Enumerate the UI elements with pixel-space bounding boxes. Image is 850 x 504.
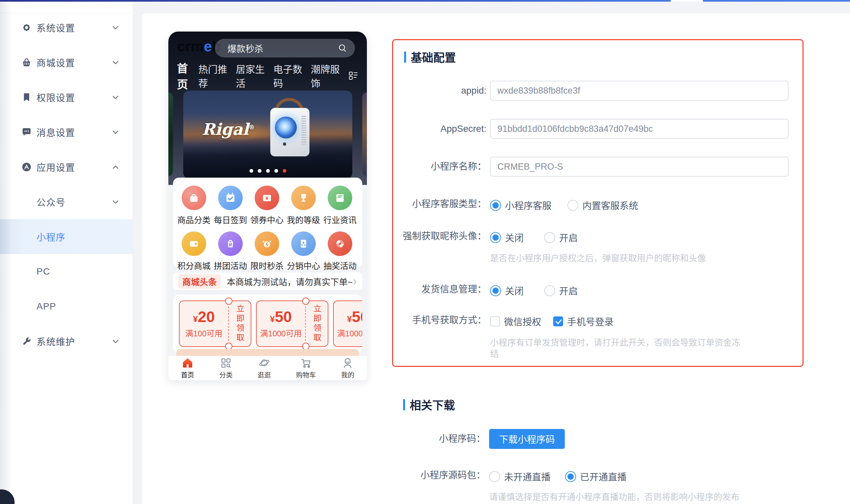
menu-item-group-buy[interactable]: 拼拼团活动	[212, 231, 249, 271]
checkbox-phone-login[interactable]: 手机号登录	[553, 315, 614, 328]
tabbar-cart[interactable]: 购物车	[296, 357, 316, 379]
wallet-icon	[182, 231, 206, 256]
mini-program-name-input[interactable]	[490, 157, 789, 177]
phone-people-icon	[291, 231, 316, 256]
sidebar-item-system-maintenance[interactable]: 系统维护	[0, 324, 132, 359]
source-help: 请谨慎选择是否有开通小程序直播功能，否则将影响小程序的发布	[489, 491, 739, 503]
radio-selected-icon	[490, 200, 501, 211]
carousel-dot[interactable]	[249, 169, 253, 173]
sidebar-item-app-settings[interactable]: 应用设置	[0, 149, 132, 184]
source-row: 小程序源码包： 未开通直播 已开通直播	[392, 470, 798, 481]
menu-item-my-level[interactable]: 我的等级	[285, 185, 322, 226]
quick-menu-grid: 商品分类 每日签到 ¥领券中心 我的等级 行业资讯 积分商城 拼拼团活动 限时秒…	[173, 178, 362, 268]
coupon-claim-button[interactable]: 立即领取	[306, 301, 328, 346]
coupon-condition: 满100可用	[185, 327, 222, 339]
radio-unselected-icon	[489, 471, 500, 482]
sidebar: 系统设置 商城设置 权限设置 消息设置 应用设置 公众号	[0, 2, 133, 504]
coupon-card[interactable]: ¥50满1000可用 立即领取	[256, 301, 328, 347]
sidebar-item-app[interactable]: APP	[0, 289, 132, 324]
service-type-row: 小程序客服类型： 小程序客服 内置客服系统	[393, 199, 797, 210]
coupon-icon: ¥	[255, 185, 279, 210]
tabbar-category[interactable]: 分类	[219, 357, 232, 379]
carousel-next-slide	[362, 92, 367, 176]
carousel-dot[interactable]	[266, 169, 270, 173]
sidebar-item-mall-settings[interactable]: 商城设置	[0, 45, 132, 80]
news-bar[interactable]: 商城头条 本商城为测试站，请勿真实下单~ ›	[173, 273, 362, 290]
coupon-amount: ¥50	[270, 309, 292, 324]
menu-item-categories[interactable]: 商品分类	[176, 185, 212, 226]
menu-item-coupon-center[interactable]: ¥领券中心	[249, 185, 285, 226]
search-keyword: 爆款秒杀	[228, 42, 263, 55]
carousel-dot[interactable]	[274, 169, 278, 173]
sidebar-item-label: 商城设置	[37, 56, 75, 69]
appid-input[interactable]	[490, 81, 789, 101]
chevron-down-icon	[111, 198, 120, 206]
progress-gap	[671, 0, 703, 2]
alarm-clock-icon	[255, 231, 279, 256]
radio-mini-program-service[interactable]: 小程序客服	[490, 199, 551, 212]
menu-item-lucky-draw[interactable]: 抽奖活动	[322, 231, 358, 271]
title-accent-bar	[404, 52, 406, 63]
sidebar-item-system-settings[interactable]: 系统设置	[0, 10, 132, 45]
appsecret-input[interactable]	[490, 119, 789, 139]
tabbar-home[interactable]: 首页	[181, 357, 194, 379]
carousel-prev-slide	[168, 92, 173, 176]
tabbar-mine[interactable]: 我的	[341, 357, 354, 379]
top-progress-bar	[0, 0, 850, 2]
gear-icon	[21, 22, 33, 34]
force-profile-help: 是否在小程序用户授权之后，弹窗获取用户的昵称和头像	[490, 253, 706, 264]
radio-off[interactable]: 关闭	[490, 231, 524, 244]
radio-off[interactable]: 关闭	[490, 284, 524, 297]
basket-icon	[21, 56, 33, 68]
coupon-card[interactable]: ¥50满1000可用 立即领取	[333, 301, 362, 347]
search-input[interactable]: 爆款秒杀	[215, 39, 355, 57]
sidebar-item-official-account[interactable]: 公众号	[0, 184, 132, 219]
news-badge: 商城头条	[178, 274, 221, 289]
coupon-card[interactable]: ¥20满100可用 立即领取	[179, 301, 251, 347]
sidebar-item-message-settings[interactable]: 消息设置	[0, 114, 132, 149]
shipping-label: 发货信息管理：	[393, 284, 486, 295]
radio-on[interactable]: 开启	[544, 284, 578, 297]
chevron-down-icon	[111, 58, 120, 67]
category-grid-icon[interactable]	[348, 71, 358, 81]
sidebar-item-mini-program[interactable]: 小程序	[0, 219, 132, 254]
radio-live-disabled[interactable]: 未开通直播	[489, 470, 550, 483]
menu-item-daily-checkin[interactable]: 每日签到	[212, 185, 249, 226]
user-icon	[341, 357, 354, 369]
coupon-claim-button[interactable]: 立即领取	[229, 301, 251, 346]
appstore-icon	[21, 161, 33, 173]
carousel-dot-active[interactable]	[283, 169, 286, 173]
sidebar-item-label: APP	[37, 301, 56, 312]
phone-mode-help: 小程序有订单发货管理时，请打开此开关，否则会导致订单资金冻结	[490, 337, 742, 360]
nav-tab-living[interactable]: 居家生活	[236, 62, 273, 90]
coupon-condition: 满1000可用	[260, 327, 302, 339]
bookmark-icon	[21, 91, 33, 103]
coupon-condition: 满1000可用	[337, 327, 362, 339]
sidebar-item-permission-settings[interactable]: 权限设置	[0, 80, 132, 114]
chevron-down-icon	[111, 93, 120, 102]
menu-item-distribution[interactable]: 分销中心	[285, 231, 322, 271]
wrench-icon	[21, 335, 33, 347]
menu-item-flash-sale[interactable]: 限时秒杀	[249, 231, 285, 271]
download-qrcode-button[interactable]: 下载小程序码	[489, 429, 565, 449]
tabbar-discover[interactable]: 逛逛	[258, 357, 271, 379]
nav-tab-home[interactable]: 首页	[177, 60, 198, 92]
checkbox-wechat-auth[interactable]: 微信授权	[490, 315, 541, 328]
menu-item-points-mall[interactable]: 积分商城	[176, 231, 212, 271]
appsecret-label: AppSecret:	[393, 119, 486, 139]
menu-item-industry-news[interactable]: 行业资讯	[322, 185, 358, 226]
category-icon	[219, 357, 232, 369]
carousel-dot[interactable]	[258, 169, 261, 173]
radio-on[interactable]: 开启	[544, 231, 578, 244]
radio-live-enabled[interactable]: 已开通直播	[565, 470, 627, 483]
sidebar-item-pc[interactable]: PC	[0, 254, 132, 289]
chevron-up-icon	[111, 163, 120, 171]
nav-tab-hot[interactable]: 热门推荐	[198, 62, 236, 90]
banner-carousel[interactable]: Rigal®	[183, 91, 352, 179]
nav-tab-digital[interactable]: 电子数码	[273, 62, 311, 90]
radio-builtin-service[interactable]: 内置客服系统	[567, 199, 638, 212]
radio-unselected-icon	[567, 200, 578, 211]
nav-tab-fashion[interactable]: 潮牌服饰	[311, 62, 348, 90]
radio-unselected-icon	[544, 232, 555, 243]
chevron-right-icon: ›	[352, 276, 357, 286]
